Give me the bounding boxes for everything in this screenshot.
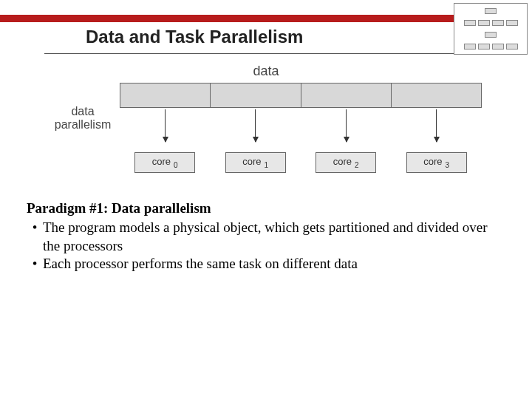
data-parallelism-diagram: data data parallelism core0 core1 core2 …	[52, 64, 480, 182]
diagram-top-label: data	[52, 64, 480, 79]
data-strip	[120, 83, 482, 108]
core-index: 1	[265, 161, 269, 169]
core-index: 3	[446, 161, 450, 169]
bullet-icon: •	[27, 219, 43, 236]
arrow-down-icon	[436, 109, 437, 142]
data-chunk	[392, 83, 481, 107]
arrow-down-icon	[255, 109, 256, 142]
core-label: core	[423, 156, 442, 167]
arrow-row	[120, 109, 482, 152]
bullet-text: The program models a physical object, wh…	[43, 219, 499, 255]
data-chunk	[301, 83, 392, 107]
arrow-down-icon	[346, 109, 347, 142]
list-item: • Each processor performs the same task …	[27, 255, 499, 273]
arrow-down-icon	[165, 109, 166, 142]
core-index: 0	[174, 161, 178, 169]
data-chunk	[120, 83, 211, 107]
list-item: • The program models a physical object, …	[27, 219, 499, 255]
core-label: core	[152, 156, 171, 167]
core-index: 2	[355, 161, 359, 169]
diagram-side-label: data parallelism	[47, 105, 118, 131]
bullet-text: Each processor performs the same task on…	[43, 255, 499, 273]
core-box-3: core3	[406, 152, 467, 173]
diagram-side-label-line1: data	[71, 105, 94, 117]
core-label: core	[333, 156, 352, 167]
title-divider	[44, 53, 502, 54]
body-section: Paradigm #1: Data parallelism • The prog…	[27, 200, 499, 273]
bullet-list: • The program models a physical object, …	[27, 219, 499, 273]
thumbnail-icon	[454, 3, 528, 55]
accent-band	[0, 15, 458, 22]
core-box-0: core0	[134, 152, 195, 173]
core-row: core0 core1 core2 core3	[120, 152, 482, 173]
core-label: core	[242, 156, 261, 167]
body-heading: Paradigm #1: Data parallelism	[27, 200, 499, 217]
slide: Data and Task Parallelism data data para…	[0, 0, 532, 399]
data-chunk	[211, 83, 301, 107]
slide-title: Data and Task Parallelism	[86, 27, 303, 47]
bullet-icon: •	[27, 255, 43, 273]
core-box-1: core1	[225, 152, 286, 173]
core-box-2: core2	[316, 152, 376, 173]
diagram-side-label-line2: parallelism	[55, 118, 111, 131]
